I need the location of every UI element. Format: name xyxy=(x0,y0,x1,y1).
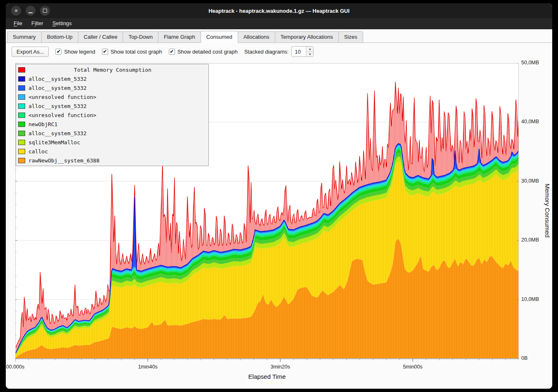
checkbox-show-legend[interactable]: ✔Show legend xyxy=(55,49,95,55)
chevron-down-icon: ▼ xyxy=(308,53,311,56)
legend-swatch xyxy=(18,85,25,91)
legend-item: calloc xyxy=(17,147,207,156)
legend-item: alloc__system_5332 xyxy=(17,74,207,83)
tab-sizes[interactable]: Sizes xyxy=(338,31,363,42)
tab-top-down[interactable]: Top-Down xyxy=(123,31,158,42)
legend-swatch xyxy=(18,158,25,163)
x-tick-label: 3min20s xyxy=(270,364,290,370)
legend-label: newObjRC1 xyxy=(28,121,57,127)
legend-label: alloc__system_5332 xyxy=(28,76,87,82)
legend-swatch xyxy=(18,131,25,136)
tab-caller-callee[interactable]: Caller / Callee xyxy=(78,31,123,42)
y-axis-title: Memory Consumed xyxy=(544,184,551,238)
y-tick-label: 50,0MB xyxy=(521,60,539,66)
legend-label: alloc__system_5332 xyxy=(28,85,87,91)
close-button[interactable]: ✕ xyxy=(11,6,21,16)
legend-swatch xyxy=(18,140,25,145)
checkbox-show-detailed-cost-graph[interactable]: ✔Show detailed cost graph xyxy=(169,49,238,55)
checkbox-label: Show total cost graph xyxy=(111,49,162,55)
maximize-button[interactable] xyxy=(40,6,50,16)
heaptrack-window: ✕ Heaptrack - heaptrack.wakunode.1.gz — … xyxy=(6,3,552,389)
legend-label: <unresolved function> xyxy=(28,112,96,118)
legend-item: <unresolved function> xyxy=(17,92,207,101)
legend-item: <unresolved function> xyxy=(17,110,207,120)
legend-item: alloc__system_5332 xyxy=(17,83,207,92)
chart-area: Total Memory Consumptionalloc__system_53… xyxy=(6,61,552,389)
maximize-icon xyxy=(43,9,47,13)
close-icon: ✕ xyxy=(14,8,18,14)
export-as-button[interactable]: Export As... xyxy=(12,47,49,57)
checkmark-icon: ✔ xyxy=(102,49,108,55)
window-controls: ✕ xyxy=(11,6,50,16)
menubar: FileFilterSettings xyxy=(6,18,552,29)
spin-down-button[interactable]: ▼ xyxy=(306,52,313,57)
legend-item: alloc__system_5332 xyxy=(17,129,207,138)
legend-label: alloc__system_5332 xyxy=(28,103,87,109)
y-tick-label: 0B xyxy=(521,355,527,361)
tab-bar: SummaryBottom-UpCaller / CalleeTop-DownF… xyxy=(6,29,552,43)
legend-title: Total Memory Consumption xyxy=(28,67,197,73)
spin-up-button[interactable]: ▲ xyxy=(306,47,313,52)
y-tick-label: 30,0MB xyxy=(521,178,539,184)
x-tick-label: 00.000s xyxy=(6,364,24,370)
toolbar-checkboxes: ✔Show legend✔Show total cost graph✔Show … xyxy=(55,49,237,55)
stacked-diagrams-label: Stacked diagrams: xyxy=(244,49,289,55)
x-tick-label: 1min40s xyxy=(138,364,157,370)
tab-flame-graph[interactable]: Flame Graph xyxy=(158,31,201,42)
minimize-button[interactable] xyxy=(26,6,35,16)
y-tick-label: 20,0MB xyxy=(521,237,539,243)
legend-item: sqlite3MemMalloc xyxy=(17,138,207,147)
legend-item: newObjRC1 xyxy=(17,120,207,129)
x-tick-label: 5min00s xyxy=(403,364,423,370)
tab-bottom-up[interactable]: Bottom-Up xyxy=(41,31,78,42)
stacked-diagrams-value[interactable]: 10 xyxy=(292,47,306,56)
legend-label: <unresolved function> xyxy=(28,94,96,100)
menu-settings[interactable]: Settings xyxy=(48,18,76,29)
menu-file[interactable]: File xyxy=(9,18,27,29)
legend-item: alloc__system_5332 xyxy=(17,101,207,110)
checkmark-icon: ✔ xyxy=(169,49,175,55)
legend-title-row: Total Memory Consumption xyxy=(17,65,207,74)
stacked-diagrams-spinbox[interactable]: 10 ▲ ▼ xyxy=(291,46,314,57)
legend-label: calloc xyxy=(28,148,48,155)
y-tick-label: 40,0MB xyxy=(521,119,539,124)
legend-label: alloc__system_5332 xyxy=(28,130,87,136)
titlebar[interactable]: ✕ Heaptrack - heaptrack.wakunode.1.gz — … xyxy=(6,3,552,18)
legend-item: rawNewObj__system_6388 xyxy=(17,156,207,165)
checkbox-label: Show legend xyxy=(64,49,95,55)
checkmark-icon: ✔ xyxy=(55,49,61,55)
window-title: Heaptrack - heaptrack.wakunode.1.gz — He… xyxy=(208,8,350,14)
legend-swatch xyxy=(18,76,25,82)
menu-filter[interactable]: Filter xyxy=(27,18,48,29)
legend-swatch xyxy=(18,94,25,100)
x-axis-title: Elapsed Time xyxy=(248,373,286,380)
minimize-icon xyxy=(28,12,33,13)
legend-swatch xyxy=(18,103,25,109)
chart-legend: Total Memory Consumptionalloc__system_53… xyxy=(16,64,209,166)
legend-swatch xyxy=(18,67,25,73)
y-tick-label: 10,0MB xyxy=(521,296,539,302)
spin-buttons: ▲ ▼ xyxy=(306,47,313,56)
tab-temporary-allocations[interactable]: Temporary Allocations xyxy=(275,31,339,42)
legend-swatch xyxy=(18,122,25,127)
legend-swatch xyxy=(18,113,25,118)
legend-swatch xyxy=(18,149,25,154)
stacked-diagrams-group: Stacked diagrams: 10 ▲ ▼ xyxy=(244,46,314,57)
toolbar: Export As... ✔Show legend✔Show total cos… xyxy=(6,43,552,61)
tab-summary[interactable]: Summary xyxy=(7,31,42,42)
checkbox-show-total-cost-graph[interactable]: ✔Show total cost graph xyxy=(102,49,162,55)
tab-allocations[interactable]: Allocations xyxy=(238,31,275,42)
checkbox-label: Show detailed cost graph xyxy=(177,49,238,55)
legend-label: sqlite3MemMalloc xyxy=(28,139,80,146)
legend-label: rawNewObj__system_6388 xyxy=(28,157,99,164)
chevron-up-icon: ▲ xyxy=(308,47,311,50)
tab-consumed[interactable]: Consumed xyxy=(201,31,238,43)
